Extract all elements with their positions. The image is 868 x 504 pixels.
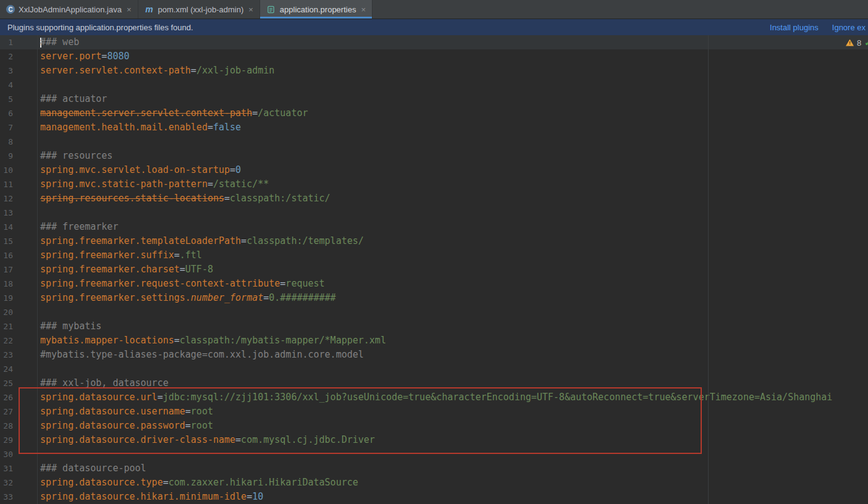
line-number[interactable]: 3 xyxy=(0,64,38,78)
code-token: = xyxy=(280,278,285,289)
line-number[interactable]: 11 xyxy=(0,177,38,191)
line-number[interactable]: 5 xyxy=(0,92,38,106)
editor-line[interactable]: 18spring.freemarker.request-context-attr… xyxy=(0,277,868,291)
editor-line[interactable]: 19spring.freemarker.settings.number_form… xyxy=(0,291,868,305)
install-plugins-link[interactable]: Install plugins xyxy=(770,23,819,32)
line-number[interactable]: 15 xyxy=(0,234,38,248)
tab-close-icon[interactable]: × xyxy=(361,5,366,14)
editor-line[interactable]: 9### resources xyxy=(0,149,868,163)
editor-line[interactable]: 15spring.freemarker.templateLoaderPath=c… xyxy=(0,234,868,248)
code-token: ### web xyxy=(40,36,79,48)
editor-line[interactable]: 4 xyxy=(0,78,868,92)
editor-line[interactable]: 13 xyxy=(0,206,868,220)
editor-line[interactable]: 23#mybatis.type-aliases-package=com.xxl.… xyxy=(0,348,868,362)
editor-line[interactable]: 20 xyxy=(0,305,868,319)
editor-line[interactable]: 11spring.mvc.static-path-pattern=/static… xyxy=(0,177,868,191)
tab-close-icon[interactable]: × xyxy=(127,5,132,14)
editor-line[interactable]: 27spring.datasource.username=root xyxy=(0,405,868,419)
code-text: ### datasource-pool xyxy=(38,461,146,476)
line-number[interactable]: 22 xyxy=(0,334,38,348)
line-number[interactable]: 27 xyxy=(0,405,38,419)
line-number[interactable]: 31 xyxy=(0,461,38,476)
code-token: = xyxy=(246,491,252,502)
editor-line[interactable]: 14### freemarker xyxy=(0,220,868,234)
code-token: UTF-8 xyxy=(185,264,213,275)
tab-label: application.properties xyxy=(280,5,356,14)
line-number[interactable]: 7 xyxy=(0,120,38,135)
java-class-icon: C xyxy=(6,5,15,14)
code-token: = xyxy=(180,264,185,275)
line-number[interactable]: 23 xyxy=(0,348,38,362)
line-number[interactable]: 10 xyxy=(0,163,38,177)
editor-line[interactable]: 33spring.datasource.hikari.minimum-idle=… xyxy=(0,490,868,504)
code-token: spring.datasource.url xyxy=(40,392,158,403)
line-number[interactable]: 20 xyxy=(0,305,38,319)
code-token: = xyxy=(185,406,191,417)
line-number[interactable]: 6 xyxy=(0,106,38,120)
properties-file-icon xyxy=(266,4,276,14)
editor-pane[interactable]: 1### web2server.port=80803server.servlet… xyxy=(0,35,868,504)
line-number[interactable]: 28 xyxy=(0,419,38,433)
maven-icon: m xyxy=(145,4,154,14)
line-number[interactable]: 2 xyxy=(0,49,38,64)
editor-line[interactable]: 5### actuator xyxy=(0,92,868,106)
tab-close-icon[interactable]: × xyxy=(248,5,253,14)
ignore-extension-link[interactable]: Ignore ex xyxy=(832,23,866,32)
editor-line[interactable]: 7management.health.mail.enabled=false xyxy=(0,120,868,135)
line-number[interactable]: 19 xyxy=(0,291,38,305)
line-number[interactable]: 32 xyxy=(0,476,38,490)
line-number[interactable]: 18 xyxy=(0,277,38,291)
line-number[interactable]: 8 xyxy=(0,135,38,149)
line-number[interactable]: 9 xyxy=(0,149,38,163)
editor-line[interactable]: 24 xyxy=(0,362,868,376)
line-number[interactable]: 26 xyxy=(0,390,38,405)
editor-tab[interactable]: mpom.xml (xxl-job-admin)× xyxy=(138,0,260,19)
editor-line[interactable]: 29spring.datasource.driver-class-name=co… xyxy=(0,433,868,447)
editor-line[interactable]: 8 xyxy=(0,135,868,149)
code-token: = xyxy=(208,122,213,133)
line-number[interactable]: 12 xyxy=(0,191,38,206)
line-number[interactable]: 4 xyxy=(0,78,38,92)
code-token: = xyxy=(241,235,246,246)
line-number[interactable]: 30 xyxy=(0,447,38,461)
editor-line[interactable]: 17spring.freemarker.charset=UTF-8 xyxy=(0,262,868,277)
line-number[interactable]: 16 xyxy=(0,248,38,262)
editor-line[interactable]: 26spring.datasource.url=jdbc:mysql://zjj… xyxy=(0,390,868,405)
editor-line[interactable]: 3server.servlet.context-path=/xxl-job-ad… xyxy=(0,64,868,78)
editor-line[interactable]: 16spring.freemarker.suffix=.ftl xyxy=(0,248,868,262)
banner-actions: Install plugins Ignore ex xyxy=(770,23,866,32)
line-number[interactable]: 13 xyxy=(0,206,38,220)
line-number[interactable]: 33 xyxy=(0,490,38,504)
editor-line[interactable]: 25### xxl-job, datasource xyxy=(0,376,868,390)
editor-line[interactable]: 6management.server.servlet.context-path=… xyxy=(0,106,868,120)
editor-line[interactable]: 2server.port=8080 xyxy=(0,49,868,64)
line-number[interactable]: 24 xyxy=(0,362,38,376)
code-token: root xyxy=(191,406,213,417)
code-token: com.mysql.cj.jdbc.Driver xyxy=(241,434,375,445)
editor-tab[interactable]: CXxlJobAdminApplication.java× xyxy=(0,0,138,19)
editor-line[interactable]: 10spring.mvc.servlet.load-on-startup=0 xyxy=(0,163,868,177)
line-number[interactable]: 17 xyxy=(0,262,38,277)
line-number[interactable]: 14 xyxy=(0,220,38,234)
code-text: #mybatis.type-aliases-package=com.xxl.jo… xyxy=(38,348,364,362)
ide-window: CXxlJobAdminApplication.java×mpom.xml (x… xyxy=(0,0,868,504)
editor-line[interactable]: 12spring.resources.static-locations=clas… xyxy=(0,191,868,206)
code-token: = xyxy=(174,250,180,261)
line-number[interactable]: 25 xyxy=(0,376,38,390)
editor-line[interactable]: 30 xyxy=(0,447,868,461)
editor-line[interactable]: 1### web xyxy=(0,35,868,49)
editor-line[interactable]: 31### datasource-pool xyxy=(0,461,868,476)
inspections-widget[interactable]: ! 8 ✓ xyxy=(846,38,868,48)
editor-tab[interactable]: application.properties× xyxy=(260,0,373,19)
editor-line[interactable]: 22mybatis.mapper-locations=classpath:/my… xyxy=(0,334,868,348)
editor-line[interactable]: 28spring.datasource.password=root xyxy=(0,419,868,433)
line-number[interactable]: 29 xyxy=(0,433,38,447)
line-number[interactable]: 1 xyxy=(0,35,38,49)
editor-line[interactable]: 32spring.datasource.type=com.zaxxer.hika… xyxy=(0,476,868,490)
editor-line[interactable]: 21### mybatis xyxy=(0,319,868,334)
line-number[interactable]: 21 xyxy=(0,319,38,334)
code-token: = xyxy=(224,193,230,204)
code-token: = xyxy=(174,335,180,346)
code-token: = xyxy=(263,292,269,303)
code-text: spring.freemarker.request-context-attrib… xyxy=(38,277,325,291)
